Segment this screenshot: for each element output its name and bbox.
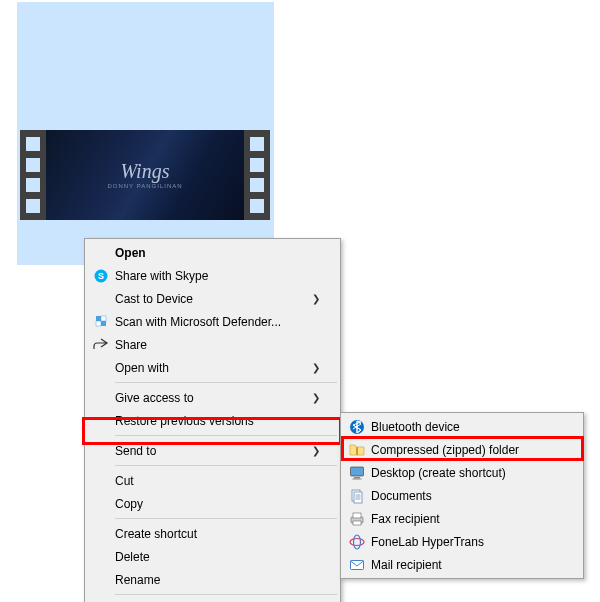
desktop-icon (343, 465, 371, 481)
menu-label: Open with (115, 361, 294, 375)
menu-label: Scan with Microsoft Defender... (115, 315, 320, 329)
menu-item-open[interactable]: Open (87, 241, 338, 264)
svg-rect-8 (351, 467, 364, 476)
menu-label: Create shortcut (115, 527, 320, 541)
menu-label: Cast to Device (115, 292, 294, 306)
menu-label: Restore previous versions (115, 414, 320, 428)
context-menu: Open S Share with Skype Cast to Device ❯… (84, 238, 341, 602)
menu-item-cut[interactable]: Cut (87, 469, 338, 492)
menu-item-properties[interactable]: Properties (87, 598, 338, 602)
menu-separator (115, 435, 337, 436)
svg-point-20 (354, 535, 361, 549)
menu-item-cast[interactable]: Cast to Device ❯ (87, 287, 338, 310)
menu-separator (115, 594, 337, 595)
submenu-label: Bluetooth device (371, 420, 563, 434)
chevron-right-icon: ❯ (312, 445, 320, 456)
menu-item-restore-versions[interactable]: Restore previous versions (87, 409, 338, 432)
menu-label: Open (115, 246, 320, 260)
film-strip-right (244, 130, 270, 220)
submenu-label: Fax recipient (371, 512, 563, 526)
menu-label: Rename (115, 573, 320, 587)
svg-rect-18 (353, 521, 361, 525)
svg-rect-2 (96, 316, 101, 321)
svg-rect-17 (353, 513, 361, 518)
submenu-item-fax[interactable]: Fax recipient (343, 507, 581, 530)
fax-icon (343, 511, 371, 527)
bluetooth-icon (343, 419, 371, 435)
mail-icon (343, 557, 371, 573)
menu-label: Give access to (115, 391, 294, 405)
menu-separator (115, 518, 337, 519)
menu-label: Share with Skype (115, 269, 320, 283)
menu-separator (115, 382, 337, 383)
zip-folder-icon (343, 442, 371, 458)
submenu-item-mail[interactable]: Mail recipient (343, 553, 581, 576)
menu-item-scan-defender[interactable]: Scan with Microsoft Defender... (87, 310, 338, 333)
menu-label: Send to (115, 444, 294, 458)
menu-item-rename[interactable]: Rename (87, 568, 338, 591)
skype-icon: S (87, 268, 115, 284)
film-strip-left (20, 130, 46, 220)
menu-separator (115, 465, 337, 466)
svg-rect-5 (101, 321, 106, 326)
menu-item-open-with[interactable]: Open with ❯ (87, 356, 338, 379)
submenu-label: Compressed (zipped) folder (371, 443, 563, 457)
share-icon (87, 337, 115, 353)
video-file-thumbnail[interactable]: Wings DONNY PANGILINAN (20, 130, 270, 220)
video-subtitle-text: DONNY PANGILINAN (107, 183, 182, 189)
chevron-right-icon: ❯ (312, 362, 320, 373)
menu-label: Cut (115, 474, 320, 488)
defender-shield-icon (87, 314, 115, 330)
menu-item-give-access[interactable]: Give access to ❯ (87, 386, 338, 409)
submenu-item-bluetooth[interactable]: Bluetooth device (343, 415, 581, 438)
menu-label: Delete (115, 550, 320, 564)
chevron-right-icon: ❯ (312, 392, 320, 403)
svg-text:S: S (98, 271, 104, 281)
send-to-submenu: Bluetooth device Compressed (zipped) fol… (340, 412, 584, 579)
menu-label: Copy (115, 497, 320, 511)
submenu-label: FoneLab HyperTrans (371, 535, 563, 549)
svg-rect-4 (96, 321, 101, 326)
submenu-label: Mail recipient (371, 558, 563, 572)
menu-label: Share (115, 338, 320, 352)
submenu-label: Desktop (create shortcut) (371, 466, 563, 480)
submenu-item-compressed[interactable]: Compressed (zipped) folder (343, 438, 581, 461)
video-preview-frame: Wings DONNY PANGILINAN (46, 130, 244, 220)
submenu-item-desktop-shortcut[interactable]: Desktop (create shortcut) (343, 461, 581, 484)
submenu-label: Documents (371, 489, 563, 503)
svg-rect-7 (356, 447, 358, 455)
svg-rect-9 (354, 477, 360, 479)
submenu-item-hypertrans[interactable]: FoneLab HyperTrans (343, 530, 581, 553)
video-title-text: Wings (107, 161, 182, 181)
submenu-item-documents[interactable]: Documents (343, 484, 581, 507)
menu-item-delete[interactable]: Delete (87, 545, 338, 568)
hypertrans-icon (343, 534, 371, 550)
svg-rect-3 (101, 316, 106, 321)
svg-point-19 (350, 538, 364, 545)
documents-icon (343, 488, 371, 504)
svg-rect-21 (351, 560, 364, 569)
menu-item-share[interactable]: Share (87, 333, 338, 356)
menu-item-share-skype[interactable]: S Share with Skype (87, 264, 338, 287)
menu-item-create-shortcut[interactable]: Create shortcut (87, 522, 338, 545)
svg-rect-12 (354, 492, 362, 503)
chevron-right-icon: ❯ (312, 293, 320, 304)
menu-item-copy[interactable]: Copy (87, 492, 338, 515)
svg-rect-10 (353, 478, 362, 479)
menu-item-send-to[interactable]: Send to ❯ (87, 439, 338, 462)
